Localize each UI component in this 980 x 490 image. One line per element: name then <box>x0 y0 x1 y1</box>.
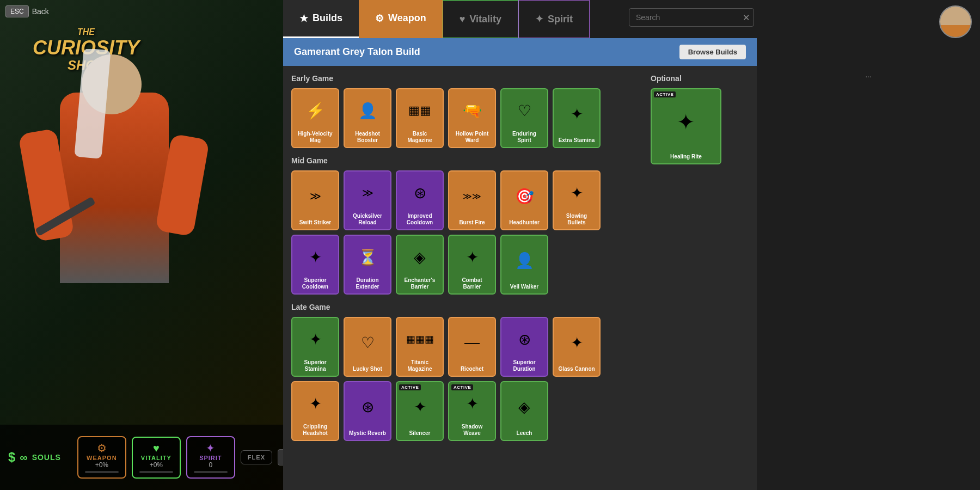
superior-duration-name: Superior Duration <box>505 359 544 372</box>
healing-rite-icon: ✦ <box>671 93 701 151</box>
mid-game-label: Mid Game <box>291 156 642 165</box>
healing-rite-name: Healing Rite <box>670 154 702 160</box>
item-healing-rite[interactable]: ACTIVE ✦ Healing Rite <box>651 88 721 164</box>
avatar <box>939 5 972 38</box>
hollow-point-ward-icon: 🔫 <box>457 93 487 128</box>
item-duration-extender[interactable]: ⏳ Duration Extender <box>344 235 391 295</box>
item-superior-cooldown[interactable]: ✦ Superior Cooldown <box>291 235 339 295</box>
weapon-stat-label: WEAPON <box>85 455 119 461</box>
item-extra-stamina[interactable]: ✦ Extra Stamina <box>553 88 601 148</box>
headshot-booster-name: Headshot Booster <box>348 131 387 144</box>
item-lucky-shot[interactable]: ♡ Lucky Shot <box>344 317 391 377</box>
mid-game-grid: ≫ Swift Striker ≫ Quicksilver Reload ⊛ I… <box>291 170 642 295</box>
superior-duration-icon: ⊛ <box>510 321 540 357</box>
spirit-tab-icon: ✦ <box>535 13 543 25</box>
item-crippling-headshot[interactable]: ✦ Crippling Headshot <box>291 381 339 441</box>
quicksilver-reload-icon: ≫ <box>353 175 383 211</box>
ricochet-name: Ricochet <box>461 366 483 372</box>
souls-symbol-icon: $ <box>8 450 15 465</box>
item-basic-magazine[interactable]: ▦▦ Basic Magazine <box>396 88 444 148</box>
item-hollow-point-ward[interactable]: 🔫 Hollow Point Ward <box>448 88 496 148</box>
item-glass-cannon[interactable]: ✦ Glass Cannon <box>553 317 601 377</box>
late-game-label: Late Game <box>291 303 642 311</box>
item-combat-barrier[interactable]: ✦ Combat Barrier <box>448 235 496 295</box>
swift-striker-icon: ≫ <box>301 175 330 217</box>
item-silencer[interactable]: ACTIVE ✦ Silencer <box>396 381 444 441</box>
tab-builds[interactable]: ★ Builds <box>283 0 359 38</box>
headhunter-icon: 🎯 <box>510 175 540 217</box>
spirit-stat-box: ✦ SPIRIT 0 <box>186 436 235 479</box>
spirit-stat-bar <box>194 471 228 473</box>
vitality-stat-box: ♥ VITALITY +0% <box>132 437 181 479</box>
item-headhunter[interactable]: 🎯 Headhunter <box>500 170 548 230</box>
item-superior-duration[interactable]: ⊛ Superior Duration <box>500 317 548 377</box>
shop-the: THE <box>33 27 139 37</box>
vitality-stat-bar <box>139 471 173 473</box>
esc-back-area[interactable]: ESC Back <box>5 5 49 17</box>
souls-label: SOULS <box>32 453 61 462</box>
veil-walker-icon: 👤 <box>510 239 540 281</box>
build-content: Early Game ⚡ High-Velocity Mag 👤 Headsho… <box>283 66 757 490</box>
item-superior-stamina[interactable]: ✦ Superior Stamina <box>291 317 339 377</box>
superior-cooldown-name: Superior Cooldown <box>296 277 335 290</box>
swift-striker-name: Swift Striker <box>299 219 331 226</box>
item-slowing-bullets[interactable]: ✦ Slowing Bullets <box>553 170 601 230</box>
browse-builds-button[interactable]: Browse Builds <box>679 45 746 59</box>
improved-cooldown-icon: ⊛ <box>405 175 435 211</box>
extra-stamina-icon: ✦ <box>562 93 592 135</box>
flex-box: FLEX <box>241 450 272 464</box>
vitality-stat-value: +0% <box>139 461 173 469</box>
builds-tab-icon: ★ <box>299 13 308 24</box>
tab-spirit[interactable]: ✦ Spirit <box>518 0 590 38</box>
item-enduring-spirit[interactable]: ♡ Enduring Spirit <box>500 88 548 148</box>
main-panel: ★ Builds ⚙ Weapon ♥ Vitality ✦ Spirit Ga… <box>283 0 757 490</box>
vitality-tab-icon: ♥ <box>460 14 465 25</box>
extra-stamina-name: Extra Stamina <box>559 137 595 144</box>
flex-label: FLEX <box>248 454 265 461</box>
silencer-active-badge: ACTIVE <box>399 384 421 390</box>
basic-magazine-name: Basic Magazine <box>400 131 439 144</box>
early-game-label: Early Game <box>291 74 642 83</box>
builds-tab-label: Builds <box>313 13 342 24</box>
basic-magazine-icon: ▦▦ <box>405 93 435 128</box>
improved-cooldown-name: Improved Cooldown <box>400 213 439 226</box>
souls-area: $ ∞ SOULS <box>8 450 61 465</box>
late-game-grid: ✦ Superior Stamina ♡ Lucky Shot ▦▦▦ Tita… <box>291 317 642 441</box>
shadow-weave-icon: ✦ <box>457 385 487 421</box>
weapon-stat-icon: ⚙ <box>85 442 119 455</box>
item-veil-walker[interactable]: 👤 Veil Walker <box>500 235 548 295</box>
enduring-spirit-name: Enduring Spirit <box>505 131 544 144</box>
superior-cooldown-icon: ✦ <box>301 239 330 275</box>
item-mystic-reverb[interactable]: ⊛ Mystic Reverb <box>344 381 391 441</box>
combat-barrier-name: Combat Barrier <box>452 277 492 290</box>
tab-vitality[interactable]: ♥ Vitality <box>443 0 518 38</box>
weapon-tab-icon: ⚙ <box>375 13 384 24</box>
tab-weapon[interactable]: ⚙ Weapon <box>359 0 443 38</box>
item-improved-cooldown[interactable]: ⊛ Improved Cooldown <box>396 170 444 230</box>
item-shadow-weave[interactable]: ACTIVE ✦ Shadow Weave <box>448 381 496 441</box>
search-close-icon[interactable]: ✕ <box>743 13 750 23</box>
item-titanic-magazine[interactable]: ▦▦▦ Titanic Magazine <box>396 317 444 377</box>
left-panel: ESC Back THE CURIOSITY SHOP 🦉 $ ∞ SOULS … <box>0 0 283 490</box>
search-area[interactable]: ✕ <box>629 8 754 27</box>
optional-section: Optional ACTIVE ✦ Healing Rite <box>651 74 749 482</box>
lucky-shot-icon: ♡ <box>353 321 383 364</box>
item-swift-striker[interactable]: ≫ Swift Striker <box>291 170 339 230</box>
search-input[interactable] <box>629 8 754 27</box>
lucky-shot-name: Lucky Shot <box>353 366 382 372</box>
item-ricochet[interactable]: — Ricochet <box>448 317 496 377</box>
ricochet-icon: — <box>457 321 487 364</box>
leech-name: Leech <box>517 430 532 437</box>
esc-button[interactable]: ESC <box>5 5 29 17</box>
item-quicksilver-reload[interactable]: ≫ Quicksilver Reload <box>344 170 391 230</box>
item-burst-fire[interactable]: ≫≫ Burst Fire <box>448 170 496 230</box>
item-high-velocity-mag[interactable]: ⚡ High-Velocity Mag <box>291 88 339 148</box>
character-body <box>60 93 169 283</box>
veil-walker-name: Veil Walker <box>510 284 538 290</box>
item-leech[interactable]: ◈ Leech <box>500 381 548 441</box>
mystic-reverb-icon: ⊛ <box>353 385 383 428</box>
early-game-section: Early Game ⚡ High-Velocity Mag 👤 Headsho… <box>291 74 642 148</box>
mystic-reverb-name: Mystic Reverb <box>349 430 386 437</box>
item-headshot-booster[interactable]: 👤 Headshot Booster <box>344 88 391 148</box>
item-enchanters-barrier[interactable]: ◈ Enchanter's Barrier <box>396 235 444 295</box>
